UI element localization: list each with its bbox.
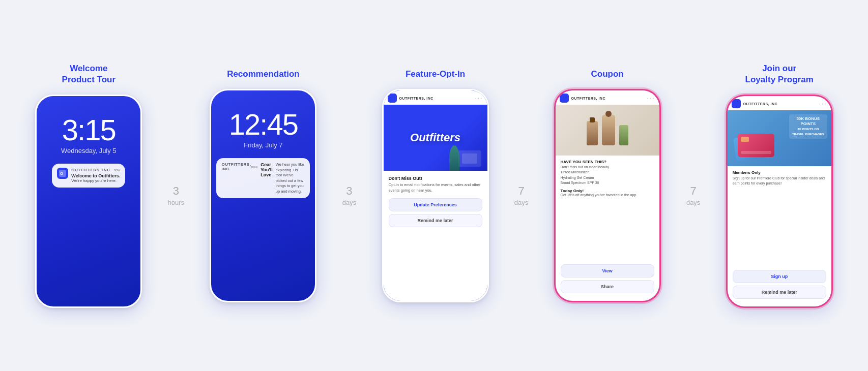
loyalty-title: Members Only xyxy=(733,170,826,175)
lock-date-recommendation: Friday, July 7 xyxy=(244,141,282,149)
app-name-coupon: OUTFITTERS, INC xyxy=(571,97,605,100)
connector-3: 7 days xyxy=(512,186,530,206)
phone-col-welcome: WelcomeProduct Tour 3:15 Wednesday, July… xyxy=(12,63,166,308)
coupon-text-area: HAVE YOU SEEN THIS? Don't miss out on cl… xyxy=(556,156,659,264)
phone-col-optin: Feature-Opt-In OUTFITTERS, INC ··· Outf xyxy=(358,69,512,302)
app-dots-loyalty: ··· xyxy=(819,100,827,107)
coupon-buttons: View Share xyxy=(556,264,659,301)
hero-logo-optin: Outfitters xyxy=(410,131,460,144)
phone-wrapper-coupon: OUTFITTERS, INC ··· xyxy=(554,89,661,302)
app-topbar-coupon: OUTFITTERS, INC ··· xyxy=(556,90,659,105)
notif-app-rec: OUTFITTERS, INC xyxy=(221,162,251,171)
update-preferences-button[interactable]: Update Preferences xyxy=(389,198,482,211)
remind-later-button-optin[interactable]: Remind me later xyxy=(389,214,482,227)
share-button[interactable]: Share xyxy=(561,280,654,293)
connector-2: 3 days xyxy=(340,186,358,206)
lock-time-recommendation: 12:45 xyxy=(229,110,298,139)
svg-text:O: O xyxy=(60,171,63,176)
app-screen-optin: OUTFITTERS, INC ··· Outfitters xyxy=(384,90,487,301)
notif-title-rec: Gear You'll Love xyxy=(261,162,272,177)
loyalty-body: Sign up for our Premiere Club for specia… xyxy=(733,176,826,186)
connector-4: 7 days xyxy=(684,186,702,206)
phone-title-loyalty: Join ourLoyalty Program xyxy=(745,63,814,85)
app-name-optin: OUTFITTERS, INC xyxy=(399,97,433,100)
phone-optin: OUTFITTERS, INC ··· Outfitters xyxy=(382,89,489,302)
app-icon-optin xyxy=(388,94,397,103)
connector-num-1: 3 xyxy=(173,186,179,197)
view-button[interactable]: View xyxy=(561,264,654,277)
notif-title-welcome: Welcome to Outfitters. xyxy=(71,173,120,178)
section-body-optin: Opt-in to email notifications for events… xyxy=(389,182,482,193)
notif-body-rec: We hear you like exploring. Us too! We'v… xyxy=(276,162,305,194)
signup-button[interactable]: Sign up xyxy=(733,270,826,283)
lock-screen-recommendation: 12:45 Friday, July 7 OUTFITTERS, INC now… xyxy=(211,90,315,198)
app-screen-coupon: OUTFITTERS, INC ··· xyxy=(556,90,659,301)
app-topbar-left-coupon: OUTFITTERS, INC xyxy=(560,94,605,103)
lock-screen-welcome: 3:15 Wednesday, July 5 O OUTFITTERS, INC… xyxy=(37,96,140,188)
app-icon-loyalty xyxy=(732,99,741,108)
app-topbar-loyalty: OUTFITTERS, INC ··· xyxy=(728,96,831,110)
phone-title-welcome: WelcomeProduct Tour xyxy=(62,63,115,85)
coupon-image xyxy=(556,105,659,156)
app-name-loyalty: OUTFITTERS, INC xyxy=(743,102,777,106)
connector-1: 3 hours xyxy=(166,186,187,206)
phone-welcome: 3:15 Wednesday, July 5 O OUTFITTERS, INC… xyxy=(35,95,142,308)
coupon-promo-body: Get 15% off anything you've favorited in… xyxy=(561,193,654,197)
notification-card-welcome: O OUTFITTERS, INC now Welcome to Outfitt… xyxy=(52,164,125,188)
loyalty-image: 50K BONUSPOINTS3X POINTS ONTRAVEL PURCHA… xyxy=(728,110,831,166)
phone-title-optin: Feature-Opt-In xyxy=(406,69,465,80)
connector-label-2: days xyxy=(342,199,356,206)
connector-num-4: 7 xyxy=(690,186,697,197)
phone-col-recommendation: Recommendation 12:45 Friday, July 7 OUTF… xyxy=(186,69,340,302)
main-container: WelcomeProduct Tour 3:15 Wednesday, July… xyxy=(12,63,856,308)
notif-time-rec: now xyxy=(251,165,257,169)
coupon-subtitle: Don't miss out on clean beauty. xyxy=(561,165,654,169)
app-topbar-optin: OUTFITTERS, INC ··· xyxy=(384,90,487,105)
phone-wrapper-welcome: 3:15 Wednesday, July 5 O OUTFITTERS, INC… xyxy=(35,95,142,308)
section-title-optin: Don't Miss Out! xyxy=(389,176,482,181)
phone-loyalty: OUTFITTERS, INC ··· xyxy=(726,95,833,308)
phone-wrapper-optin: OUTFITTERS, INC ··· Outfitters xyxy=(382,89,489,302)
lock-date-welcome: Wednesday, July 5 xyxy=(61,147,117,154)
notif-time-welcome: now xyxy=(113,168,120,172)
phone-recommendation: 12:45 Friday, July 7 OUTFITTERS, INC now… xyxy=(210,89,316,302)
loyalty-buttons: Sign up Remind me later xyxy=(728,270,831,306)
phone-title-coupon: Coupon xyxy=(591,69,624,80)
app-dots-coupon: ··· xyxy=(647,95,655,102)
app-topbar-left-optin: OUTFITTERS, INC xyxy=(388,94,433,103)
loyalty-content: Members Only Sign up for our Premiere Cl… xyxy=(728,166,831,270)
app-dots-optin: ··· xyxy=(475,95,483,102)
connector-label-4: days xyxy=(686,199,700,206)
coupon-items: Tinted MoisturizerHydrating Gel CreamBro… xyxy=(561,170,654,186)
lock-time-welcome: 3:15 xyxy=(62,115,115,145)
remind-later-button-loyalty[interactable]: Remind me later xyxy=(733,286,826,299)
notif-body-welcome: We're happy you're here. xyxy=(71,178,120,183)
coupon-content: HAVE YOU SEEN THIS? Don't miss out on cl… xyxy=(556,156,659,301)
connector-label-1: hours xyxy=(168,199,185,206)
app-topbar-left-loyalty: OUTFITTERS, INC xyxy=(732,99,777,108)
notification-card-recommendation: OUTFITTERS, INC now Gear You'll Love We … xyxy=(216,158,310,198)
phone-coupon: OUTFITTERS, INC ··· xyxy=(554,89,661,302)
app-icon-coupon xyxy=(560,94,569,103)
app-screen-loyalty: OUTFITTERS, INC ··· xyxy=(728,96,831,306)
notif-content-welcome: OUTFITTERS, INC now Welcome to Outfitter… xyxy=(71,168,120,183)
phone-col-coupon: Coupon OUTFITTERS, INC ··· xyxy=(530,69,684,302)
coupon-title: HAVE YOU SEEN THIS? xyxy=(561,160,654,164)
coupon-promo-title: Today Only! xyxy=(561,189,654,193)
app-content-optin: Don't Miss Out! Opt-in to email notifica… xyxy=(384,171,487,301)
phone-wrapper-loyalty: OUTFITTERS, INC ··· xyxy=(726,95,833,308)
notif-header-rec: OUTFITTERS, INC now xyxy=(221,162,257,171)
connector-num-3: 7 xyxy=(518,186,524,197)
app-hero-optin: Outfitters xyxy=(384,105,487,171)
phone-col-loyalty: Join ourLoyalty Program OUTFITTERS, INC … xyxy=(702,63,856,308)
connector-label-3: days xyxy=(514,199,528,206)
notif-app-welcome: OUTFITTERS, INC xyxy=(71,168,110,172)
connector-num-2: 3 xyxy=(346,186,352,197)
phone-title-recommendation: Recommendation xyxy=(227,69,300,80)
phone-wrapper-recommendation: 12:45 Friday, July 7 OUTFITTERS, INC now… xyxy=(210,89,316,302)
notif-icon-welcome: O xyxy=(57,168,68,179)
